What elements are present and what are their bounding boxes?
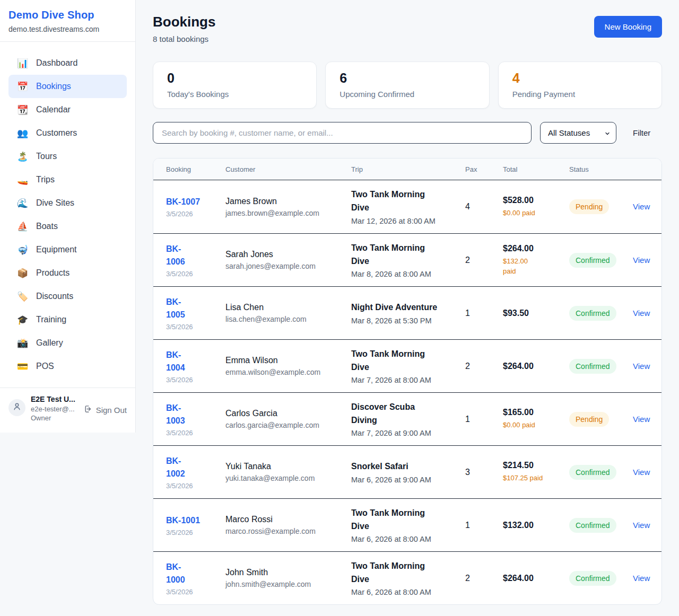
main-content: Bookings 8 total bookings New Booking 0 … <box>136 0 679 616</box>
status-cell: Confirmed <box>569 253 633 268</box>
sidebar-item-gallery[interactable]: 📸 Gallery <box>8 331 127 355</box>
view-link[interactable]: View <box>633 521 650 530</box>
paid-amount: $0.00 paid <box>503 420 569 430</box>
sidebar-item-pos[interactable]: 💳 POS <box>8 355 127 378</box>
sidebar-item-products[interactable]: 📦 Products <box>8 261 127 285</box>
sidebar-item-dashboard[interactable]: 📊 Dashboard <box>8 51 127 75</box>
pax-count: 2 <box>465 574 503 583</box>
sidebar-item-label: Customers <box>36 128 77 138</box>
view-link[interactable]: View <box>633 468 650 477</box>
status-badge: Confirmed <box>569 571 616 586</box>
person-icon <box>12 402 22 413</box>
trip-name: Two Tank Morning Dive <box>351 348 465 374</box>
customer-email: yuki.tanaka@example.com <box>225 474 351 482</box>
sidebar-item-discounts[interactable]: 🏷️ Discounts <box>8 285 127 308</box>
sidebar-item-customers[interactable]: 👥 Customers <box>8 121 127 145</box>
sign-out-button[interactable]: Sign Out <box>83 404 127 415</box>
view-link[interactable]: View <box>633 309 650 318</box>
paid-amount: $132.00 paid <box>503 256 569 277</box>
customer-cell: Marco Rossi marco.rossi@example.com <box>225 515 351 535</box>
status-badge: Confirmed <box>569 465 616 480</box>
user-email: e2e-tester@... <box>31 405 78 413</box>
actions-cell: View <box>633 468 650 477</box>
total-amount: $165.00 <box>503 408 569 417</box>
total-amount: $264.00 <box>503 574 569 583</box>
booking-id-link[interactable]: BK- 1005 <box>166 296 185 321</box>
user-info: E2E Test U... e2e-tester@... Owner <box>31 395 78 422</box>
total-amount: $264.00 <box>503 362 569 371</box>
table-row: BK-1001 3/5/2026 Marco Rossi marco.rossi… <box>153 498 661 551</box>
table-row: BK- 1006 3/5/2026 Sarah Jones sarah.jone… <box>153 233 661 286</box>
booking-id-link[interactable]: BK- 1000 <box>166 561 185 586</box>
sidebar-item-calendar[interactable]: 📆 Calendar <box>8 98 127 121</box>
customer-cell: Carlos Garcia carlos.garcia@example.com <box>225 409 351 429</box>
trip-cell: Two Tank Morning Dive Mar 6, 2026 at 8:0… <box>351 560 465 597</box>
sidebar-item-trips[interactable]: 🚤 Trips <box>8 168 127 191</box>
paid-amount: $107.25 paid <box>503 473 569 483</box>
trip-name: Two Tank Morning Dive <box>351 242 465 268</box>
user-role: Owner <box>31 414 78 422</box>
status-cell: Pending <box>569 412 633 427</box>
customer-email: emma.wilson@example.com <box>225 368 351 376</box>
view-link[interactable]: View <box>633 256 650 265</box>
sidebar-item-bookings[interactable]: 📅 Bookings <box>8 75 127 98</box>
sidebar-item-equipment[interactable]: 🤿 Equipment <box>8 238 127 261</box>
trip-datetime: Mar 12, 2026 at 8:00 AM <box>351 217 465 225</box>
sign-out-label: Sign Out <box>96 406 127 415</box>
stat-card: 4 Pending Payment <box>498 61 662 109</box>
paid-amount: $0.00 paid <box>503 208 569 218</box>
status-cell: Confirmed <box>569 306 633 321</box>
view-link[interactable]: View <box>633 362 650 371</box>
sidebar-item-label: Trips <box>36 175 55 184</box>
booking-id-link[interactable]: BK-1007 <box>166 196 200 208</box>
pax-count: 3 <box>465 468 503 477</box>
island-icon: 🏝️ <box>17 152 28 161</box>
booking-cell: BK- 1002 3/5/2026 <box>166 455 225 490</box>
booking-id-link[interactable]: BK-1001 <box>166 514 200 527</box>
stat-value: 6 <box>340 71 475 86</box>
booking-id-link[interactable]: BK- 1002 <box>166 455 185 480</box>
total-cell: $165.00 $0.00 paid <box>503 408 569 430</box>
sidebar-item-label: Discounts <box>36 292 73 301</box>
trip-name: Two Tank Morning Dive <box>351 560 465 586</box>
filter-button[interactable]: Filter <box>633 128 650 137</box>
view-link[interactable]: View <box>633 574 650 583</box>
view-link[interactable]: View <box>633 415 650 424</box>
total-cell: $214.50 $107.25 paid <box>503 461 569 483</box>
booking-id-link[interactable]: BK- 1003 <box>166 402 185 427</box>
stat-label: Pending Payment <box>512 90 648 99</box>
new-booking-button[interactable]: New Booking <box>594 16 662 38</box>
sidebar-item-dive-sites[interactable]: 🌊 Dive Sites <box>8 191 127 215</box>
trip-cell: Two Tank Morning Dive Mar 12, 2026 at 8:… <box>351 188 465 225</box>
customer-email: john.smith@example.com <box>225 580 351 588</box>
search-input[interactable] <box>153 122 532 144</box>
status-badge: Confirmed <box>569 518 616 533</box>
booking-id-link[interactable]: BK- 1004 <box>166 349 185 374</box>
sidebar-item-label: Boats <box>36 222 58 231</box>
trip-cell: Night Dive Adventure Mar 8, 2026 at 5:30… <box>351 301 465 325</box>
booking-cell: BK- 1004 3/5/2026 <box>166 349 225 384</box>
sign-out-icon <box>83 404 92 415</box>
total-cell: $264.00 $132.00 paid <box>503 244 569 277</box>
speedboat-icon: 🚤 <box>17 175 28 184</box>
booking-date: 3/5/2026 <box>166 482 225 490</box>
table-row: BK- 1000 3/5/2026 John Smith john.smith@… <box>153 551 661 604</box>
calendar-icon: 📅 <box>17 82 28 91</box>
sidebar-item-boats[interactable]: ⛵ Boats <box>8 215 127 238</box>
booking-id-link[interactable]: BK- 1006 <box>166 243 185 268</box>
sidebar-item-label: Products <box>36 268 69 278</box>
sidebar-item-training[interactable]: 🎓 Training <box>8 308 127 331</box>
status-cell: Pending <box>569 199 633 214</box>
trip-name: Snorkel Safari <box>351 460 465 473</box>
stat-value: 0 <box>167 71 302 86</box>
view-link[interactable]: View <box>633 202 650 211</box>
status-select[interactable]: All Statuses <box>540 122 616 144</box>
total-amount: $132.00 <box>503 521 569 530</box>
shop-title: Demo Dive Shop <box>8 9 127 21</box>
actions-cell: View <box>633 362 650 371</box>
table-header-row: Booking Customer Trip Pax Total Status <box>153 159 661 180</box>
sidebar-item-label: Tours <box>36 152 57 161</box>
table-body: BK-1007 3/5/2026 James Brown james.brown… <box>153 180 661 604</box>
sidebar-item-tours[interactable]: 🏝️ Tours <box>8 145 127 168</box>
stat-card: 6 Upcoming Confirmed <box>325 61 489 109</box>
